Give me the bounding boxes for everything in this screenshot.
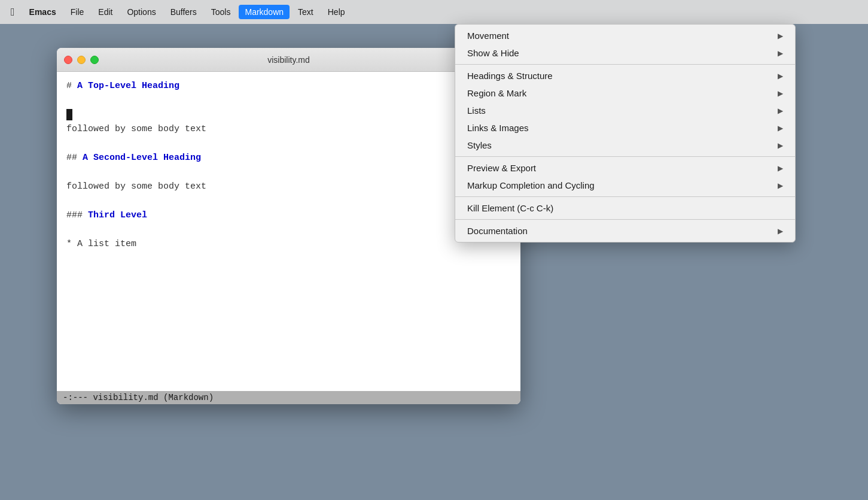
menu-item-lists-label: Lists bbox=[467, 105, 486, 116]
window-buttons bbox=[64, 56, 99, 64]
menu-item-documentation-label: Documentation bbox=[467, 226, 528, 236]
menu-item-kill-element-label: Kill Element (C-c C-k) bbox=[467, 203, 553, 213]
menubar:  Emacs File Edit Options Buffers Tools … bbox=[0, 0, 868, 24]
menubar-buffers[interactable]: Buffers bbox=[165, 5, 203, 19]
menu-item-markup-completion[interactable]: Markup Completion and Cycling ▶ bbox=[455, 177, 795, 194]
menubar-file[interactable]: File bbox=[65, 5, 90, 19]
menu-item-markup-completion-label: Markup Completion and Cycling bbox=[467, 180, 595, 190]
editor-line-blank5 bbox=[66, 223, 511, 237]
separator-2 bbox=[455, 156, 795, 157]
text-cursor bbox=[66, 109, 72, 120]
menu-item-show-hide[interactable]: Show & Hide ▶ bbox=[455, 44, 795, 62]
menu-item-movement[interactable]: Movement ▶ bbox=[455, 27, 795, 44]
menu-item-preview-export-label: Preview & Export bbox=[467, 163, 536, 173]
submenu-arrow-preview-export: ▶ bbox=[778, 164, 783, 172]
menu-item-preview-export[interactable]: Preview & Export ▶ bbox=[455, 159, 795, 177]
editor-line-h1: # A Top-Level Heading bbox=[66, 79, 511, 93]
editor-line-body1: followed by some body text bbox=[66, 122, 511, 137]
editor-line-cursor bbox=[66, 108, 511, 122]
menu-item-links-images-label: Links & Images bbox=[467, 123, 529, 133]
editor-title: visibility.md bbox=[267, 55, 310, 65]
editor-line-blank3 bbox=[66, 165, 511, 180]
submenu-arrow-headings: ▶ bbox=[778, 72, 783, 80]
menu-item-headings[interactable]: Headings & Structure ▶ bbox=[455, 67, 795, 84]
menu-item-lists[interactable]: Lists ▶ bbox=[455, 102, 795, 119]
apple-menu[interactable]:  bbox=[5, 4, 21, 21]
editor-line-blank4 bbox=[66, 194, 511, 208]
editor-line-list: * A list item bbox=[66, 237, 511, 251]
menu-item-styles[interactable]: Styles ▶ bbox=[455, 137, 795, 154]
submenu-arrow-lists: ▶ bbox=[778, 107, 783, 115]
submenu-arrow-markup-completion: ▶ bbox=[778, 181, 783, 190]
editor-line-blank2 bbox=[66, 137, 511, 151]
editor-titlebar: visibility.md bbox=[57, 48, 520, 72]
menu-item-styles-label: Styles bbox=[467, 140, 492, 150]
menu-item-links-images[interactable]: Links & Images ▶ bbox=[455, 119, 795, 137]
separator-1 bbox=[455, 64, 795, 65]
submenu-arrow-show-hide: ▶ bbox=[778, 49, 783, 57]
submenu-arrow-movement: ▶ bbox=[778, 32, 783, 40]
submenu-arrow-links-images: ▶ bbox=[778, 124, 783, 132]
menubar-text[interactable]: Text bbox=[292, 5, 319, 19]
editor-line-blank1 bbox=[66, 93, 511, 108]
menu-item-kill-element[interactable]: Kill Element (C-c C-k) bbox=[455, 199, 795, 217]
modeline-text: -:--- visibility.md (Markdown) bbox=[63, 393, 214, 402]
editor-line-h2: ## A Second-Level Heading bbox=[66, 151, 511, 165]
editor-modeline: -:--- visibility.md (Markdown) bbox=[57, 391, 520, 404]
menubar-options[interactable]: Options bbox=[121, 5, 162, 19]
menubar-edit[interactable]: Edit bbox=[92, 5, 118, 19]
menu-item-region-mark-label: Region & Mark bbox=[467, 88, 526, 98]
separator-4 bbox=[455, 219, 795, 220]
menubar-emacs[interactable]: Emacs bbox=[23, 5, 62, 19]
menu-item-show-hide-label: Show & Hide bbox=[467, 48, 519, 58]
menu-item-headings-label: Headings & Structure bbox=[467, 71, 553, 81]
separator-3 bbox=[455, 196, 795, 197]
editor-content[interactable]: # A Top-Level Heading followed by some b… bbox=[57, 72, 520, 391]
menu-item-region-mark[interactable]: Region & Mark ▶ bbox=[455, 84, 795, 102]
submenu-arrow-styles: ▶ bbox=[778, 141, 783, 150]
editor-line-h3: ### Third Level bbox=[66, 208, 511, 223]
menubar-tools[interactable]: Tools bbox=[205, 5, 237, 19]
submenu-arrow-region-mark: ▶ bbox=[778, 89, 783, 98]
menu-item-movement-label: Movement bbox=[467, 31, 509, 41]
menu-item-documentation[interactable]: Documentation ▶ bbox=[455, 222, 795, 240]
submenu-arrow-documentation: ▶ bbox=[778, 227, 783, 235]
editor-line-body2: followed by some body text bbox=[66, 180, 511, 194]
menubar-help[interactable]: Help bbox=[322, 5, 351, 19]
editor-window: visibility.md # A Top-Level Heading foll… bbox=[57, 48, 520, 404]
minimize-button[interactable] bbox=[77, 56, 86, 64]
menubar-markdown[interactable]: Markdown bbox=[239, 5, 290, 19]
close-button[interactable] bbox=[64, 56, 72, 64]
maximize-button[interactable] bbox=[90, 56, 99, 64]
markdown-dropdown-menu: Movement ▶ Show & Hide ▶ Headings & Stru… bbox=[455, 24, 796, 243]
